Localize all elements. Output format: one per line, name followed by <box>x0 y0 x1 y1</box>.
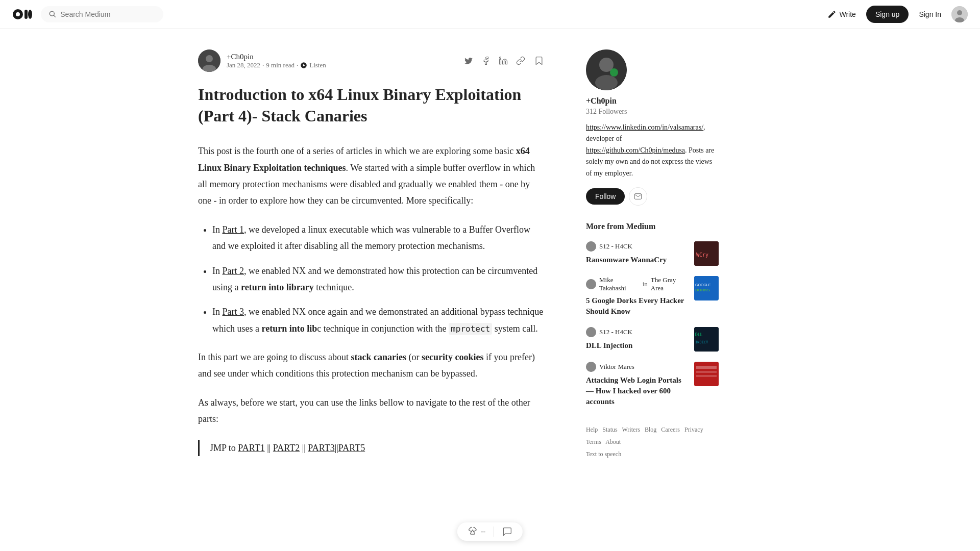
facebook-share-icon[interactable] <box>480 55 492 67</box>
article-intro-paragraph: This post is the fourth one of a series … <box>198 143 545 209</box>
recommendation-item-3[interactable]: S12 - H4CK DLL Injection DLL INJECT <box>586 327 719 352</box>
footer-careers-link[interactable]: Careers <box>661 426 680 433</box>
part2-link[interactable]: Part 2 <box>223 266 244 276</box>
article-meta: +Ch0pin Jan 28, 2022 · 9 min read · List… <box>198 49 545 72</box>
svg-point-3 <box>28 10 32 19</box>
header-left <box>12 6 163 22</box>
twitter-share-icon[interactable] <box>462 55 475 67</box>
bookmark-icon[interactable] <box>533 55 545 67</box>
article-container: +Ch0pin Jan 28, 2022 · 9 min read · List… <box>198 49 545 468</box>
author-card-name[interactable]: +Ch0pin <box>586 96 719 106</box>
svg-point-18 <box>595 75 618 90</box>
footer-tts-link[interactable]: Text to speech <box>586 450 621 458</box>
author-card-actions: Follow <box>586 187 719 206</box>
author-card-bio: https://www.linkedin.com/in/valsamaras/,… <box>586 122 719 179</box>
meta-details: Jan 28, 2022 · 9 min read · Listen <box>227 61 456 69</box>
follow-button[interactable]: Follow <box>586 188 625 205</box>
part3-link[interactable]: Part 3 <box>223 307 244 317</box>
medium-logo-icon <box>12 8 33 20</box>
svg-point-31 <box>586 362 596 372</box>
svg-point-7 <box>957 10 962 15</box>
rec-content-2: Mike Takahashi in The Gray Area 5 Google… <box>586 276 688 317</box>
svg-text:GOOGLE: GOOGLE <box>695 283 711 287</box>
sign-up-button[interactable]: Sign up <box>866 6 909 23</box>
user-avatar-icon <box>951 6 968 22</box>
subscribe-icon <box>634 192 642 201</box>
main-layout: +Ch0pin Jan 28, 2022 · 9 min read · List… <box>186 29 794 489</box>
svg-point-1 <box>16 12 20 16</box>
rec-author-3: S12 - H4CK <box>586 327 688 337</box>
svg-point-15 <box>500 57 501 59</box>
jmp-part3-link[interactable]: PART3 <box>308 443 334 453</box>
svg-rect-35 <box>696 375 717 377</box>
header: Write Sign up Sign In <box>0 0 980 29</box>
rec-title-4: Attacking Web Login Portals — How I hack… <box>586 375 688 407</box>
article-date: Jan 28, 2022 <box>227 61 260 69</box>
article-jmp-line: JMP to PART1 || PART2 || PART3||PART5 <box>210 440 545 456</box>
svg-text:DLL: DLL <box>695 333 703 337</box>
rec-author-name-2: Mike Takahashi <box>599 276 640 292</box>
meta-actions <box>462 55 545 67</box>
footer-status-link[interactable]: Status <box>602 426 617 433</box>
more-from-section: More from Medium S12 - H4CK Ransomware W… <box>586 222 719 407</box>
svg-rect-32 <box>694 362 719 386</box>
article-read-time: 9 min read <box>266 61 295 69</box>
jmp-part2-link[interactable]: PART2 <box>273 443 300 453</box>
svg-rect-34 <box>696 371 717 373</box>
part1-link[interactable]: Part 1 <box>223 224 244 235</box>
listen-button[interactable]: Listen <box>300 61 326 69</box>
rec-content-1: S12 - H4CK Ransomware WannaCry <box>586 241 688 265</box>
rec-author-avatar-2 <box>586 279 596 289</box>
rec-author-4: Viktor Mares <box>586 362 688 372</box>
jmp-part5-link[interactable]: PART5 <box>338 443 365 453</box>
svg-line-5 <box>54 15 55 17</box>
footer-blog-link[interactable]: Blog <box>645 426 656 433</box>
search-input[interactable] <box>60 10 155 18</box>
jmp-part1-link[interactable]: PART1 <box>238 443 264 453</box>
write-icon <box>827 10 837 19</box>
medium-logo[interactable] <box>12 8 33 20</box>
footer-about-link[interactable]: About <box>605 438 621 445</box>
user-avatar-button[interactable] <box>951 6 968 22</box>
article-list-item-3: In Part 3, we enabled NX once again and … <box>212 304 545 337</box>
svg-point-20 <box>586 241 596 252</box>
footer-terms-link[interactable]: Terms <box>586 438 601 445</box>
linkedin-share-icon[interactable] <box>497 55 509 67</box>
sign-in-button[interactable]: Sign In <box>919 10 941 18</box>
subscribe-button[interactable] <box>629 187 647 206</box>
search-icon <box>49 10 56 18</box>
rec-title-3: DLL Injection <box>586 340 688 351</box>
author-avatar <box>198 49 220 72</box>
footer-writers-link[interactable]: Writers <box>622 426 640 433</box>
svg-rect-2 <box>24 10 28 19</box>
rec-image-3: DLL INJECT <box>694 327 719 352</box>
write-button[interactable]: Write <box>827 10 856 19</box>
rec-author-name-4: Viktor Mares <box>599 363 634 371</box>
recommendation-item-1[interactable]: S12 - H4CK Ransomware WannaCry WCry <box>586 241 719 266</box>
author-linkedin-link[interactable]: https://www.linkedin.com/in/valsamaras/ <box>586 123 703 131</box>
recommendation-item-2[interactable]: Mike Takahashi in The Gray Area 5 Google… <box>586 276 719 317</box>
svg-point-23 <box>586 279 596 289</box>
rec-title-2: 5 Google Dorks Every Hacker Should Know <box>586 295 688 317</box>
footer-privacy-link[interactable]: Privacy <box>684 426 703 433</box>
article-author-name[interactable]: +Ch0pin <box>227 53 456 61</box>
recommendation-item-4[interactable]: Viktor Mares Attacking Web Login Portals… <box>586 362 719 407</box>
search-bar[interactable] <box>41 6 163 22</box>
author-github-link[interactable]: https://github.com/Ch0pin/medusa <box>586 146 685 154</box>
rec-image-4 <box>694 362 719 386</box>
article-list: In Part 1, we developed a linux executab… <box>198 221 545 337</box>
rec-image-2: GOOGLE DORKS <box>694 276 719 300</box>
svg-point-19 <box>610 68 618 77</box>
rec-title-1: Ransomware WannaCry <box>586 255 688 265</box>
author-card: +Ch0pin 312 Followers https://www.linked… <box>586 49 719 206</box>
author-avatar-img <box>198 49 220 72</box>
rec-content-4: Viktor Mares Attacking Web Login Portals… <box>586 362 688 407</box>
footer-help-link[interactable]: Help <box>586 426 598 433</box>
article-body: This post is the fourth one of a series … <box>198 143 545 456</box>
link-share-icon[interactable] <box>514 55 527 67</box>
rec-author-1: S12 - H4CK <box>586 241 688 252</box>
rec-author-avatar-3 <box>586 327 596 337</box>
svg-rect-28 <box>694 327 719 352</box>
rec-author-2: Mike Takahashi in The Gray Area <box>586 276 688 292</box>
author-card-avatar <box>586 49 627 90</box>
